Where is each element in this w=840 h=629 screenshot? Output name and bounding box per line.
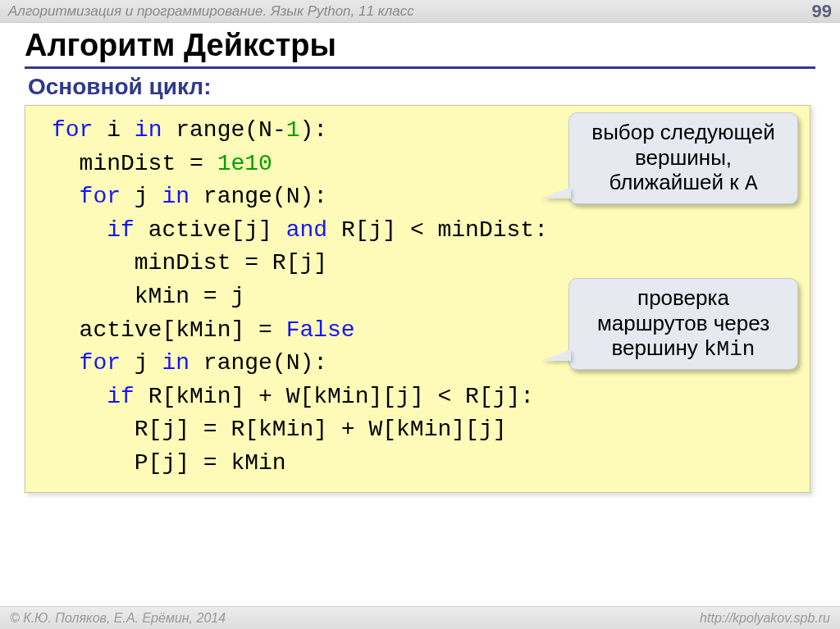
callout-text: маршрутов через bbox=[582, 311, 784, 336]
code-text: P[j] = kMin bbox=[52, 450, 286, 476]
code-text: minDist = bbox=[52, 151, 217, 176]
code-kw: for bbox=[80, 184, 121, 209]
callout-check-routes: проверка маршрутов через вершину kMin bbox=[568, 278, 798, 370]
slide-title: Алгоритм Дейкстры bbox=[25, 28, 815, 69]
code-text bbox=[52, 384, 107, 409]
callout-text: вершину kMin bbox=[582, 335, 784, 362]
slide-body: Алгоритм Дейкстры Основной цикл: for i i… bbox=[0, 23, 840, 493]
footer-copyright: © К.Ю. Поляков, Е.А. Ерёмин, 2014 bbox=[10, 611, 226, 626]
code-kw: for bbox=[52, 117, 93, 143]
code-text: i bbox=[93, 117, 134, 143]
callout-text: ближайшей к A bbox=[582, 170, 784, 197]
code-text: R[j] = R[kMin] + W[kMin][j] bbox=[52, 417, 507, 442]
code-text: ): bbox=[300, 117, 328, 143]
code-text: active[kMin] = bbox=[52, 317, 286, 343]
code-block: for i in range(N-1): minDist = 1e10 for … bbox=[25, 105, 810, 493]
code-text: minDist = R[j] bbox=[52, 250, 327, 276]
code-text: kMin = j bbox=[52, 284, 244, 309]
slide-subtitle: Основной цикл: bbox=[25, 74, 815, 100]
code-text: range(N): bbox=[189, 350, 327, 376]
callout-pointer-icon bbox=[541, 349, 571, 361]
code-text: active[j] bbox=[135, 217, 286, 243]
page-number: 99 bbox=[812, 1, 832, 22]
code-text: range(N): bbox=[189, 184, 327, 209]
code-text: R[kMin] + W[kMin][j] < R[j]: bbox=[135, 384, 534, 409]
callout-select-vertex: выбор следующей вершины, ближайшей к A bbox=[568, 112, 798, 204]
code-text: j bbox=[121, 350, 162, 376]
code-num: 1e10 bbox=[217, 151, 272, 176]
code-text bbox=[52, 184, 80, 209]
code-kw: in bbox=[135, 117, 162, 143]
callout-text: вершины, bbox=[582, 145, 784, 171]
code-text: R[j] < minDist: bbox=[327, 217, 548, 243]
code-kw: in bbox=[162, 350, 189, 376]
code-kw: False bbox=[286, 317, 355, 343]
callout-pointer-icon bbox=[541, 187, 571, 198]
code-kw: if bbox=[107, 217, 135, 243]
breadcrumb: Алгоритмизация и программирование. Язык … bbox=[8, 3, 414, 20]
code-kw: for bbox=[80, 350, 121, 376]
code-kw: and bbox=[286, 217, 327, 243]
code-text bbox=[52, 350, 80, 376]
code-kw: if bbox=[107, 384, 135, 409]
header-bar: Алгоритмизация и программирование. Язык … bbox=[0, 0, 840, 23]
code-num: 1 bbox=[286, 117, 300, 143]
code-kw: in bbox=[162, 184, 189, 209]
code-text: range(N- bbox=[162, 117, 285, 143]
callout-text: проверка bbox=[582, 285, 784, 311]
callout-text: выбор следующей bbox=[582, 120, 784, 145]
footer-bar: © К.Ю. Поляков, Е.А. Ерёмин, 2014 http:/… bbox=[0, 606, 840, 629]
footer-url: http://kpolyakov.spb.ru bbox=[700, 611, 830, 626]
code-text bbox=[52, 217, 107, 243]
code-text: j bbox=[121, 184, 162, 209]
